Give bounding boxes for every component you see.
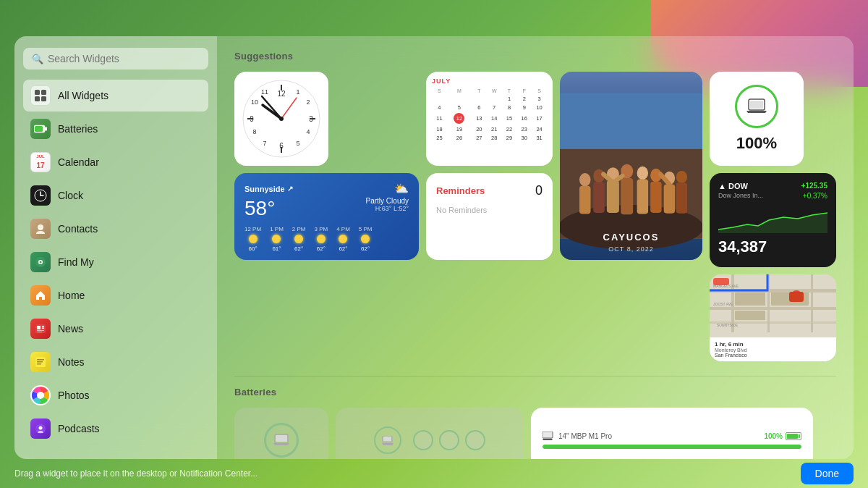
calendar-column: JULY SMTWTFS 123: [426, 72, 553, 260]
svg-point-66: [676, 171, 687, 183]
sidebar-item-label-contacts: Contacts: [58, 223, 98, 235]
svg-rect-65: [664, 184, 675, 213]
search-bar[interactable]: 🔍: [23, 48, 208, 70]
bottom-hint: Drag a widget to place it on the desktop…: [14, 468, 258, 479]
sidebar-item-photos[interactable]: Photos: [23, 379, 208, 411]
svg-text:SUNNYSIDE: SUNNYSIDE: [717, 323, 739, 327]
svg-point-13: [40, 261, 42, 264]
weather-hour-6: 5 PM 62°: [359, 226, 373, 252]
ghost-laptop-circle: [264, 423, 299, 458]
svg-text:8: 8: [252, 128, 256, 135]
batteries-row: 14" MBP M1 Pro 100%: [234, 408, 836, 459]
sidebar-item-home[interactable]: Home: [23, 279, 208, 311]
svg-rect-16: [42, 326, 44, 327]
sidebar-item-label-findmy: Find My: [58, 256, 94, 268]
svg-point-25: [37, 392, 44, 399]
svg-text:11: 11: [261, 88, 268, 96]
svg-point-60: [637, 167, 648, 180]
weather-hour-4: 3 PM 62°: [314, 226, 328, 252]
battery-bar: [542, 445, 801, 449]
svg-text:2: 2: [306, 98, 310, 106]
calendar-widget[interactable]: JULY SMTWTFS 123: [426, 72, 553, 166]
sidebar-item-findmy[interactable]: Find My: [23, 246, 208, 278]
sidebar-item-podcasts[interactable]: Podcasts: [23, 413, 208, 445]
main-panel: 🔍 All Widgets: [14, 36, 854, 459]
maps-widget[interactable]: MANGELS AVE JOOST AVE SUNNYSIDE: [710, 274, 836, 361]
ghost-circle-1: [374, 426, 401, 454]
svg-rect-57: [607, 180, 619, 213]
svg-rect-2: [35, 96, 40, 101]
clock-widget[interactable]: 12 6 3 9 1 2 4 5 7 8 10 11: [234, 72, 328, 166]
sidebar-item-label-news: News: [58, 323, 83, 335]
stocks-widget[interactable]: ▲ DOW +125.35 Dow Jones In... +0.37% 34,…: [710, 173, 836, 267]
svg-rect-90: [789, 292, 804, 302]
battery-ghost-small-1[interactable]: [234, 408, 328, 459]
battery-large-widget[interactable]: 14" MBP M1 Pro 100%: [531, 408, 813, 459]
photos-icon: [30, 385, 51, 405]
done-button[interactable]: Done: [801, 463, 854, 484]
clock-icon: [30, 185, 51, 206]
svg-rect-61: [637, 180, 648, 214]
stocks-chart: [718, 204, 827, 233]
svg-rect-94: [383, 437, 391, 441]
ghost-battery-circles: [374, 426, 485, 454]
weather-hour-1: 12 PM 60°: [244, 226, 261, 252]
clock-face: 12 6 3 9 1 2 4 5 7 8 10 11: [242, 79, 321, 159]
ghost-small-circles: [413, 430, 485, 450]
photo-date-label: OCT 8, 2022: [608, 245, 653, 253]
weather-hour-3: 2 PM 62°: [292, 226, 306, 252]
reminders-count: 0: [535, 183, 542, 198]
svg-text:12: 12: [277, 90, 286, 98]
sidebar-item-all-widgets[interactable]: All Widgets: [23, 80, 208, 112]
search-icon: 🔍: [32, 54, 43, 64]
svg-rect-72: [750, 101, 763, 109]
weather-description: Partly Cloudy H:63° L:52°: [366, 197, 409, 212]
svg-rect-87: [713, 278, 729, 285]
stocks-header: ▲ DOW +125.35: [718, 182, 827, 190]
battery-laptop-widget[interactable]: 100%: [710, 72, 804, 166]
sidebar-item-calendar[interactable]: JUL 17 Calendar: [23, 146, 208, 178]
ghost-laptop-icon-2: [382, 436, 393, 445]
laptop-icon-circle: [735, 85, 778, 128]
svg-rect-22: [37, 361, 43, 363]
svg-rect-3: [41, 96, 46, 101]
svg-rect-5: [35, 126, 43, 132]
battery-percentage: 100%: [736, 134, 777, 153]
svg-text:10: 10: [251, 98, 258, 106]
svg-rect-21: [37, 359, 44, 361]
sidebar-item-label-podcasts: Podcasts: [58, 423, 100, 434]
news-icon: [30, 319, 51, 339]
svg-rect-19: [37, 332, 42, 332]
svg-point-27: [39, 426, 43, 430]
svg-text:5: 5: [296, 140, 299, 147]
sidebar-item-contacts[interactable]: Contacts: [23, 213, 208, 245]
svg-marker-73: [718, 213, 827, 233]
sidebar-item-clock[interactable]: Clock: [23, 180, 208, 211]
sidebar-item-notes[interactable]: Notes: [23, 346, 208, 378]
weather-location: Sunnyside ↗ ⛅: [244, 182, 409, 195]
photo-widget[interactable]: CAYUCOS OCT 8, 2022: [560, 72, 702, 260]
reminders-widget[interactable]: Reminders 0 No Reminders: [426, 173, 553, 260]
svg-rect-0: [35, 90, 40, 95]
suggestions-row: 12 6 3 9 1 2 4 5 7 8 10 11: [234, 72, 836, 361]
battery-percentage-row: 100%: [764, 432, 801, 440]
suggestions-section-title: Suggestions: [234, 51, 836, 62]
svg-text:6: 6: [279, 142, 284, 150]
stocks-subheader: Dow Jones In... +0.37%: [718, 192, 827, 200]
sidebar-item-label-all-widgets: All Widgets: [58, 90, 109, 101]
battery-ghost-medium[interactable]: [336, 408, 524, 459]
reminders-title: Reminders: [436, 185, 485, 196]
svg-rect-53: [579, 186, 590, 214]
svg-rect-15: [37, 326, 41, 329]
sidebar-item-batteries[interactable]: Batteries: [23, 113, 208, 145]
sidebar-item-news[interactable]: News: [23, 313, 208, 345]
search-input[interactable]: [48, 53, 200, 64]
sidebar: 🔍 All Widgets: [14, 36, 217, 459]
svg-text:3: 3: [309, 115, 313, 123]
weather-widget[interactable]: Sunnyside ↗ ⛅ 58° Partly Cloudy H:63° L:…: [234, 173, 419, 260]
batteries-icon: [30, 119, 51, 139]
svg-rect-1: [41, 90, 46, 95]
reminders-header: Reminders 0: [436, 183, 542, 198]
svg-text:1: 1: [296, 88, 299, 96]
weather-hour-2: 1 PM 61°: [270, 226, 284, 252]
